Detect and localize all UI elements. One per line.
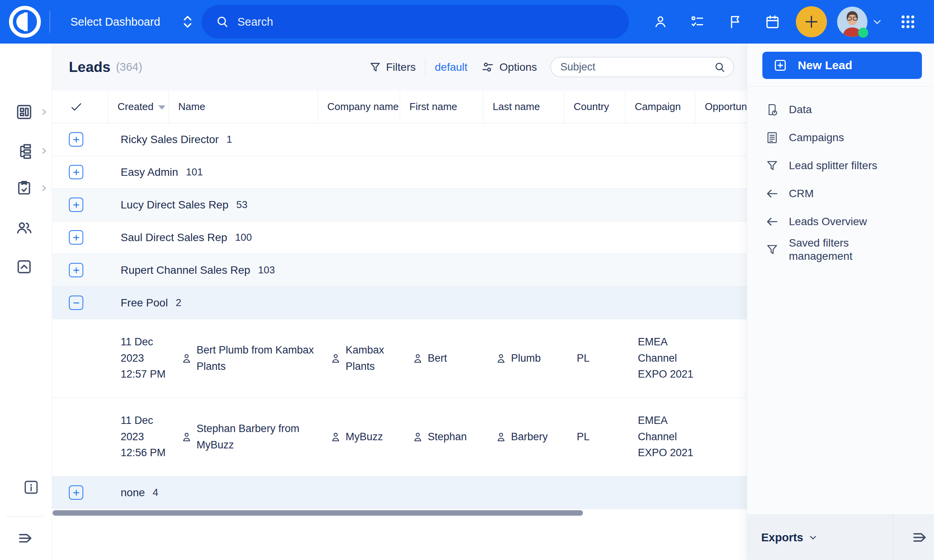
horizontal-scrollbar[interactable] bbox=[53, 510, 583, 516]
cell-last-name: Plumb bbox=[483, 350, 564, 367]
group-label: Ricky Sales Director bbox=[121, 133, 219, 146]
person-icon bbox=[496, 353, 506, 364]
group-row[interactable]: none4 bbox=[52, 476, 747, 509]
cell-campaign: EMEA Channel EXPO 2021 bbox=[625, 334, 695, 383]
search-icon[interactable] bbox=[714, 61, 726, 74]
panel-item-data[interactable]: Data bbox=[765, 96, 921, 124]
select-all-header[interactable] bbox=[52, 91, 108, 123]
column-header-created[interactable]: Created bbox=[108, 91, 169, 123]
avatar-menu-chevron[interactable] bbox=[871, 0, 883, 44]
column-header-company-name[interactable]: Company name bbox=[318, 91, 400, 123]
sidebar-item-dashboards[interactable] bbox=[15, 103, 33, 121]
sidebar-item-archive[interactable] bbox=[15, 258, 33, 276]
cell-company-name: MyBuzz bbox=[318, 429, 400, 445]
column-header-opportunity[interactable]: Opportunity bbox=[695, 91, 747, 123]
funnel-icon bbox=[369, 61, 381, 74]
person-icon bbox=[330, 431, 341, 443]
topbar-divider bbox=[49, 11, 50, 33]
panel-item-saved-filters-management[interactable]: Saved filters management bbox=[765, 236, 921, 264]
check-icon bbox=[69, 100, 83, 114]
apps-grid-button[interactable] bbox=[899, 0, 917, 44]
quick-add-button[interactable] bbox=[796, 6, 827, 37]
options-button[interactable]: Options bbox=[499, 61, 537, 74]
app-logo[interactable] bbox=[7, 4, 43, 40]
panel-collapse-button[interactable] bbox=[904, 515, 934, 560]
sidebar-item-structure[interactable] bbox=[15, 142, 33, 160]
person-icon bbox=[181, 431, 192, 443]
table-header-row: CreatedNameCompany nameFirst nameLast na… bbox=[52, 91, 747, 123]
group-row[interactable]: Ricky Sales Director1 bbox=[52, 123, 747, 156]
cell-country: PL bbox=[564, 350, 625, 367]
group-row[interactable]: Lucy Direct Sales Rep53 bbox=[52, 189, 747, 221]
plus-icon bbox=[72, 168, 81, 177]
info-button[interactable] bbox=[22, 478, 40, 496]
search-icon bbox=[216, 15, 230, 29]
new-lead-button[interactable]: New Lead bbox=[762, 52, 922, 79]
plus-icon bbox=[72, 233, 81, 242]
expand-group-button[interactable] bbox=[69, 230, 83, 245]
person-icon bbox=[413, 431, 423, 443]
filter-bar: Filters default Options bbox=[369, 44, 734, 91]
column-header-name[interactable]: Name bbox=[169, 91, 318, 123]
group-count: 100 bbox=[235, 231, 252, 243]
panel-item-campaigns[interactable]: Campaigns bbox=[765, 124, 921, 152]
global-search-input[interactable] bbox=[237, 16, 615, 28]
group-row[interactable]: Easy Admin101 bbox=[52, 156, 747, 189]
chevron-right-icon bbox=[40, 147, 48, 155]
column-header-last-name[interactable]: Last name bbox=[483, 91, 564, 123]
tasks-button[interactable] bbox=[690, 0, 705, 44]
group-count: 4 bbox=[153, 486, 158, 499]
group-row[interactable]: Saul Direct Sales Rep100 bbox=[52, 221, 747, 254]
group-row[interactable]: Free Pool2 bbox=[52, 287, 747, 319]
chevron-right-icon bbox=[40, 108, 48, 116]
column-header-country[interactable]: Country bbox=[564, 91, 625, 123]
panel-item-leads-overview[interactable]: Leads Overview bbox=[765, 208, 921, 236]
filters-button[interactable]: Filters bbox=[386, 61, 416, 74]
sidebar-chevron-tasks[interactable] bbox=[40, 184, 48, 192]
exports-button[interactable]: Exports bbox=[761, 531, 818, 544]
lead-row[interactable]: 11 Dec 2023 12:56 PMStephan Barbery from… bbox=[52, 398, 747, 476]
sidebar-expand-button[interactable] bbox=[16, 529, 34, 547]
user-avatar[interactable] bbox=[837, 7, 867, 37]
default-filter-link[interactable]: default bbox=[435, 61, 467, 74]
cell-name: Bert Plumb from Kambax Plants bbox=[169, 342, 318, 375]
goals-button[interactable] bbox=[727, 0, 743, 44]
collapse-group-button[interactable] bbox=[69, 296, 83, 310]
leads-count: (364) bbox=[116, 61, 142, 74]
sidebar-item-contacts[interactable] bbox=[15, 219, 33, 237]
lead-row[interactable]: 11 Dec 2023 12:57 PMBert Plumb from Kamb… bbox=[52, 319, 747, 398]
panel-item-crm[interactable]: CRM bbox=[765, 180, 921, 208]
expand-group-button[interactable] bbox=[69, 165, 83, 179]
expand-group-button[interactable] bbox=[69, 485, 83, 500]
left-sidebar bbox=[0, 44, 52, 560]
person-icon bbox=[413, 431, 423, 443]
contacts-button[interactable] bbox=[653, 0, 668, 44]
panel-item-lead-splitter-filters[interactable]: Lead splitter filters bbox=[765, 152, 921, 180]
sidebar-chevron-structure[interactable] bbox=[40, 147, 48, 155]
global-search[interactable] bbox=[202, 5, 629, 38]
person-icon bbox=[496, 353, 506, 364]
expand-group-button[interactable] bbox=[69, 263, 83, 277]
group-row[interactable]: Rupert Channel Sales Rep103 bbox=[52, 254, 747, 287]
sidebar-chevron-dashboards[interactable] bbox=[40, 108, 48, 116]
page-title: Leads bbox=[69, 59, 111, 75]
sidebar-item-tasks[interactable] bbox=[15, 179, 33, 197]
plus-icon bbox=[72, 266, 81, 275]
panel-menu: DataCampaignsLead splitter filtersCRMLea… bbox=[765, 96, 921, 264]
subject-search-input[interactable] bbox=[550, 57, 734, 77]
column-header-campaign[interactable]: Campaign bbox=[625, 91, 695, 123]
expand-group-button[interactable] bbox=[69, 132, 83, 147]
person-icon bbox=[330, 353, 341, 364]
person-icon bbox=[330, 431, 341, 443]
person-icon bbox=[181, 353, 192, 364]
sliders-icon bbox=[481, 60, 495, 74]
data-icon bbox=[765, 103, 780, 117]
calendar-button[interactable] bbox=[764, 0, 781, 44]
group-label: Free Pool bbox=[121, 297, 168, 309]
dashboard-selector[interactable]: Select Dashboard bbox=[70, 0, 194, 44]
plus-square-icon bbox=[773, 58, 788, 73]
funnel-icon bbox=[765, 159, 780, 172]
people-icon bbox=[15, 219, 33, 237]
expand-group-button[interactable] bbox=[69, 198, 83, 212]
column-header-first-name[interactable]: First name bbox=[400, 91, 483, 123]
